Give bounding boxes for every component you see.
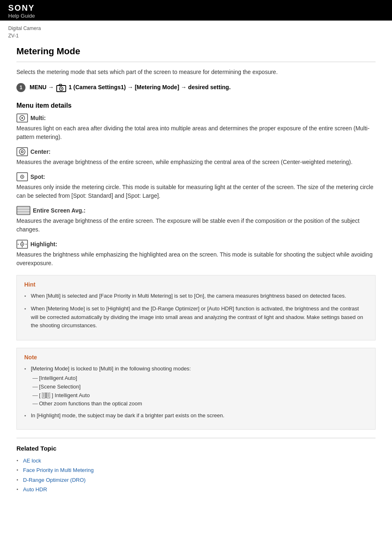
related-link-dro[interactable]: D-Range Optimizer (DRO): [16, 475, 376, 485]
note-item-1: [Metering Mode] is locked to [Multi] in …: [24, 365, 368, 408]
hint-list: When [Multi] is selected and [Face Prior…: [24, 292, 368, 330]
note-sublist-1: [Intelligent Auto] [Scene Selection] [: [31, 374, 368, 408]
svg-point-6: [21, 117, 23, 119]
entire-screen-icon: [16, 206, 30, 215]
related-list: AE lock Face Priority in Multi Metering …: [16, 456, 376, 495]
menu-item-spot-label: Spot:: [30, 173, 45, 180]
menu-item-multi: Multi: Measures light on each area after…: [16, 113, 376, 141]
ae-lock-link[interactable]: AE lock: [23, 458, 41, 464]
menu-details-title: Menu item details: [16, 102, 376, 109]
menu-item-multi-label: Multi:: [30, 115, 46, 121]
note-title: Note: [24, 354, 368, 361]
menu-item-highlight: Highlight: Measures the brightness while…: [16, 240, 376, 268]
related-link-ae-lock[interactable]: AE lock: [16, 456, 376, 465]
page-header: SONY Help Guide: [0, 0, 392, 21]
menu-item-center-header: Center:: [16, 147, 376, 156]
related-title: Related Topic: [16, 445, 376, 452]
highlight-icon: [16, 240, 28, 249]
menu-item-center-body: Measures the average brightness of the e…: [16, 158, 376, 166]
help-guide-label: Help Guide: [8, 13, 384, 19]
breadcrumb-line1: Digital Camera: [8, 25, 384, 32]
svg-rect-1: [59, 84, 62, 86]
note-subitem-1: [Intelligent Auto]: [31, 374, 368, 383]
related-section: Related Topic AE lock Face Priority in M…: [16, 438, 376, 495]
intelligent-auto-icon: [42, 393, 50, 398]
menu-item-multi-header: Multi:: [16, 113, 376, 123]
menu-item-spot-header: Spot:: [16, 172, 376, 181]
step-instruction: 1 MENU → 1 (Camera Settings1) → [Meterin…: [16, 83, 376, 92]
page-title: Metering Mode: [16, 46, 376, 62]
menu-item-entire: Entire Screen Avg.: Measures the average…: [16, 206, 376, 234]
menu-item-center: Center: Measures the average brightness …: [16, 147, 376, 166]
svg-point-9: [21, 151, 23, 153]
menu-item-spot-body: Measures only inside the metering circle…: [16, 183, 376, 200]
note-subitem-2: [Scene Selection]: [31, 383, 368, 391]
center-icon: [16, 147, 28, 156]
breadcrumb-line2: ZV-1: [8, 32, 384, 39]
breadcrumb: Digital Camera ZV-1: [0, 21, 392, 42]
svg-point-3: [61, 88, 62, 89]
hint-box: Hint When [Multi] is selected and [Face …: [16, 275, 376, 340]
svg-point-8: [19, 149, 25, 155]
menu-item-entire-header: Entire Screen Avg.:: [16, 206, 376, 215]
menu-item-multi-body: Measures light on each area after dividi…: [16, 124, 376, 141]
menu-item-highlight-body: Measures the brightness while emphasizin…: [16, 250, 376, 268]
face-priority-link[interactable]: Face Priority in Multi Metering: [23, 467, 94, 473]
menu-item-entire-label: Entire Screen Avg.:: [33, 207, 85, 214]
menu-item-highlight-header: Highlight:: [16, 240, 376, 249]
svg-point-20: [22, 244, 23, 245]
menu-item-center-label: Center:: [30, 148, 51, 155]
menu-item-highlight-label: Highlight:: [30, 241, 57, 247]
note-box: Note [Metering Mode] is locked to [Multi…: [16, 348, 376, 430]
auto-hdr-link[interactable]: Auto HDR: [23, 486, 47, 493]
note-item-2: In [Highlight] mode, the subject may be …: [24, 412, 368, 420]
menu-item-spot: Spot: Measures only inside the metering …: [16, 172, 376, 200]
related-link-auto-hdr[interactable]: Auto HDR: [16, 485, 376, 494]
step-number: 1: [16, 83, 25, 92]
note-list: [Metering Mode] is locked to [Multi] in …: [24, 365, 368, 420]
note-subitem-4: Other zoom functions than the optical zo…: [31, 400, 368, 408]
spot-icon: [16, 172, 28, 181]
dro-link[interactable]: D-Range Optimizer (DRO): [23, 477, 85, 483]
hint-title: Hint: [24, 281, 368, 288]
svg-point-12: [22, 176, 23, 178]
menu-item-entire-body: Measures the average brightness of the e…: [16, 217, 376, 234]
related-link-face-priority[interactable]: Face Priority in Multi Metering: [16, 465, 376, 475]
multi-icon: [16, 113, 28, 123]
hint-item-1: When [Multi] is selected and [Face Prior…: [24, 292, 368, 301]
svg-rect-13: [17, 206, 30, 215]
hint-item-2: When [Metering Mode] is set to [Highligh…: [24, 305, 368, 330]
page-description: Selects the metering mode that sets whic…: [16, 68, 376, 76]
sony-logo: SONY: [8, 3, 384, 13]
step-text: MENU → 1 (Camera Settings1) → [Metering …: [30, 83, 231, 92]
camera-settings-icon: [56, 84, 66, 92]
note-subitem-3: [ ] Intelligent Auto: [31, 391, 368, 400]
main-content: Metering Mode Selects the metering mode …: [0, 42, 392, 503]
